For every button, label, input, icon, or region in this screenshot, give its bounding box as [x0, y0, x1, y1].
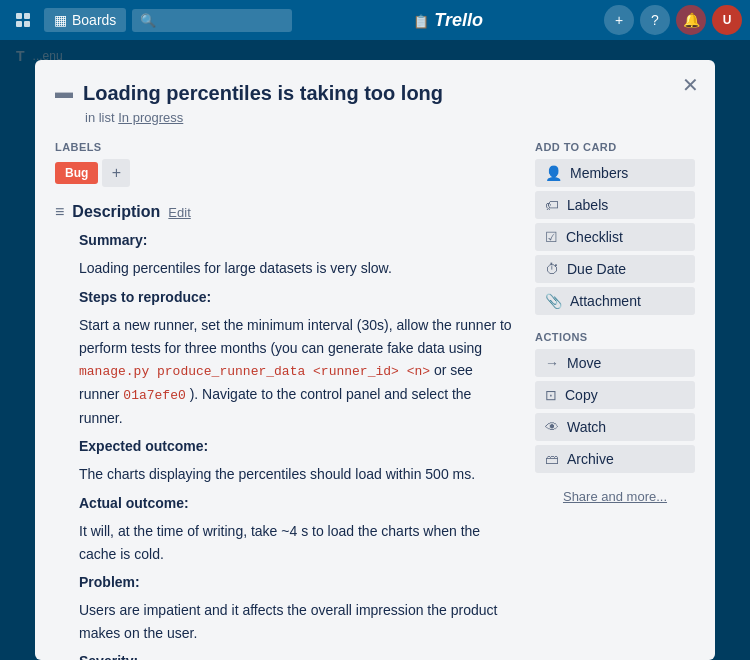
modal-sidebar: ADD TO CARD 👤 Members 🏷 Labels ☑ Checkli…: [535, 141, 695, 660]
labels-button[interactable]: 🏷 Labels: [535, 191, 695, 219]
modal-main: LABELS Bug + ≡ Description Edit: [55, 141, 515, 660]
attachment-button[interactable]: 📎 Attachment: [535, 287, 695, 315]
expected-heading: Expected outcome:: [79, 438, 208, 454]
actions-header: ACTIONS: [535, 331, 695, 343]
move-button[interactable]: → Move: [535, 349, 695, 377]
actual-text: It will, at the time of writing, take ~4…: [79, 520, 515, 565]
description-content: Summary: Loading percentiles for large d…: [79, 229, 515, 660]
labels-section: LABELS Bug +: [55, 141, 515, 187]
copy-button[interactable]: ⊡ Copy: [535, 381, 695, 409]
list-link[interactable]: In progress: [118, 110, 183, 125]
members-button[interactable]: 👤 Members: [535, 159, 695, 187]
user-avatar[interactable]: U: [712, 5, 742, 35]
labels-icon: 🏷: [545, 197, 559, 213]
search-bar[interactable]: 🔍: [132, 9, 292, 32]
archive-button[interactable]: 🗃 Archive: [535, 445, 695, 473]
search-icon: 🔍: [140, 13, 156, 28]
problem-text: Users are impatient and it affects the o…: [79, 599, 515, 644]
code-snippet-1: manage.py produce_runner_data <runner_id…: [79, 364, 430, 379]
description-header: ≡ Description Edit: [55, 203, 515, 221]
move-icon: →: [545, 355, 559, 371]
modal-overlay: ✕ ▬ Loading percentiles is taking too lo…: [0, 40, 750, 660]
add-button[interactable]: +: [604, 5, 634, 35]
card-modal: ✕ ▬ Loading percentiles is taking too lo…: [35, 60, 715, 660]
watch-button[interactable]: 👁 Watch: [535, 413, 695, 441]
steps-paragraph: Start a new runner, set the minimum inte…: [79, 314, 515, 429]
steps-heading: Steps to reproduce:: [79, 289, 211, 305]
copy-icon: ⊡: [545, 387, 557, 403]
description-section: ≡ Description Edit Summary: Loading perc…: [55, 203, 515, 660]
labels-header: LABELS: [55, 141, 515, 153]
due-date-button[interactable]: ⏱ Due Date: [535, 255, 695, 283]
labels-list: Bug +: [55, 159, 515, 187]
actual-heading: Actual outcome:: [79, 495, 189, 511]
boards-icon: ▦: [54, 12, 67, 28]
description-edit-button[interactable]: Edit: [168, 205, 190, 220]
svg-rect-1: [24, 13, 30, 19]
topbar-right: + ? 🔔 U: [604, 5, 742, 35]
add-label-button[interactable]: +: [102, 159, 130, 187]
home-icon[interactable]: [8, 5, 38, 35]
description-title: Description: [72, 203, 160, 221]
modal-title: Loading percentiles is taking too long: [83, 80, 443, 106]
modal-close-button[interactable]: ✕: [675, 70, 705, 100]
summary-text: Loading percentiles for large datasets i…: [79, 257, 515, 279]
share-link[interactable]: Share and more...: [535, 489, 695, 504]
modal-body: LABELS Bug + ≡ Description Edit: [55, 141, 695, 660]
svg-rect-2: [16, 21, 22, 27]
severity-heading: Severity:: [79, 653, 138, 660]
svg-rect-0: [16, 13, 22, 19]
actions-section: ACTIONS → Move ⊡ Copy 👁 Watch: [535, 331, 695, 473]
boards-button[interactable]: ▦ Boards: [44, 8, 126, 32]
topbar: ▦ Boards 🔍 📋 Trello + ? 🔔 U: [0, 0, 750, 40]
help-button[interactable]: ?: [640, 5, 670, 35]
members-icon: 👤: [545, 165, 562, 181]
modal-header: ▬ Loading percentiles is taking too long: [55, 80, 695, 106]
notifications-button[interactable]: 🔔: [676, 5, 706, 35]
problem-heading: Problem:: [79, 574, 140, 590]
add-to-card-section: ADD TO CARD 👤 Members 🏷 Labels ☑ Checkli…: [535, 141, 695, 315]
card-icon: ▬: [55, 82, 73, 103]
summary-heading: Summary:: [79, 232, 147, 248]
add-to-card-header: ADD TO CARD: [535, 141, 695, 153]
checklist-icon: ☑: [545, 229, 558, 245]
svg-rect-3: [24, 21, 30, 27]
boards-label: Boards: [72, 12, 116, 28]
modal-subtitle: in list In progress: [85, 110, 695, 125]
attachment-icon: 📎: [545, 293, 562, 309]
trello-logo: 📋 Trello: [298, 10, 598, 31]
archive-icon: 🗃: [545, 451, 559, 467]
due-date-icon: ⏱: [545, 261, 559, 277]
bug-label-badge[interactable]: Bug: [55, 162, 98, 184]
code-snippet-2: 01a7efe0: [123, 388, 185, 403]
description-icon: ≡: [55, 203, 64, 221]
watch-icon: 👁: [545, 419, 559, 435]
bell-icon: 🔔: [683, 12, 700, 28]
checklist-button[interactable]: ☑ Checklist: [535, 223, 695, 251]
board-area: T ...enu ✕ ▬ Loading percentiles is taki…: [0, 40, 750, 660]
expected-text: The charts displaying the percentiles sh…: [79, 463, 515, 485]
